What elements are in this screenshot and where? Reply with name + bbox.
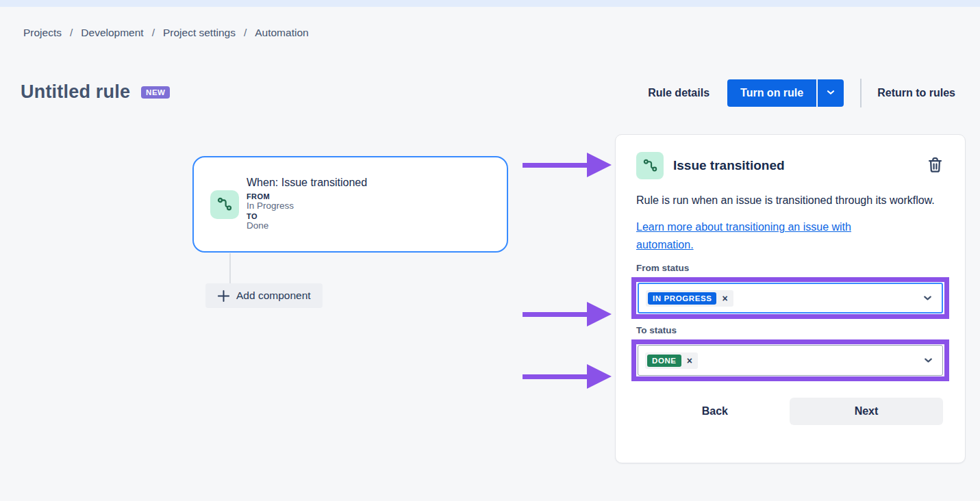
breadcrumb-separator: /	[244, 27, 247, 39]
from-status-select[interactable]: IN PROGRESS ×	[638, 283, 943, 313]
annotation-arrow-panel-header	[523, 151, 613, 179]
trash-icon	[926, 155, 944, 177]
breadcrumb-separator: /	[70, 27, 73, 39]
flow-connector-line	[229, 253, 231, 283]
next-button[interactable]: Next	[790, 398, 943, 425]
add-component-button[interactable]: Add component	[205, 283, 323, 308]
panel-title: Issue transitioned	[673, 158, 785, 173]
trigger-card-issue-transitioned[interactable]: When: Issue transitioned FROM In Progres…	[192, 156, 508, 253]
top-accent-strip	[0, 0, 980, 7]
remove-to-status-button[interactable]: ×	[687, 356, 695, 365]
breadcrumb-development[interactable]: Development	[81, 27, 143, 39]
from-status-label: From status	[636, 263, 944, 273]
chevron-down-icon[interactable]	[922, 355, 934, 366]
chevron-down-icon[interactable]	[922, 292, 933, 304]
automation-rule-builder: Projects / Development / Project setting…	[0, 0, 980, 501]
new-badge: NEW	[141, 86, 170, 99]
return-to-rules-button[interactable]: Return to rules	[877, 87, 955, 99]
plus-icon	[217, 290, 230, 303]
panel-description: Rule is run when an issue is transitione…	[636, 192, 944, 208]
trigger-config-panel: Issue transitioned Rule is run when an i…	[615, 134, 966, 463]
page-title: Untitled rule	[21, 81, 130, 103]
from-status-tag: IN PROGRESS ×	[646, 290, 733, 307]
remove-from-status-button[interactable]: ×	[722, 294, 730, 303]
breadcrumb-automation[interactable]: Automation	[255, 27, 308, 39]
to-status-tag: DONE ×	[645, 352, 698, 369]
rule-details-button[interactable]: Rule details	[648, 87, 709, 99]
learn-more-link[interactable]: Learn more about transitioning an issue …	[636, 218, 910, 253]
trigger-card-title: When: Issue transitioned	[247, 177, 367, 189]
breadcrumb-separator: /	[152, 27, 155, 39]
back-button[interactable]: Back	[702, 405, 728, 418]
turn-on-rule-split-button: Turn on rule	[727, 79, 844, 107]
panel-footer: Back Next	[616, 398, 965, 425]
header-actions: Rule details Turn on rule Return to rule…	[648, 79, 955, 107]
breadcrumb: Projects / Development / Project setting…	[23, 27, 309, 39]
to-status-label: To status	[636, 325, 944, 335]
header-divider	[860, 79, 862, 107]
issue-transitioned-icon	[210, 190, 239, 219]
to-status-annotation-highlight: DONE ×	[631, 339, 949, 381]
trigger-to-value: Done	[247, 220, 367, 231]
done-chip: DONE	[647, 355, 681, 367]
annotation-arrow-to-status	[523, 363, 613, 390]
add-component-label: Add component	[236, 290, 311, 302]
turn-on-rule-button[interactable]: Turn on rule	[727, 79, 816, 107]
panel-header: Issue transitioned	[616, 135, 965, 179]
in-progress-chip: IN PROGRESS	[648, 292, 716, 305]
annotation-arrow-from-status	[523, 300, 613, 328]
from-status-annotation-highlight: IN PROGRESS ×	[631, 277, 949, 319]
breadcrumb-projects[interactable]: Projects	[23, 27, 62, 39]
issue-transitioned-icon	[636, 152, 664, 179]
page-header: Untitled rule NEW	[21, 81, 170, 103]
turn-on-rule-dropdown-button[interactable]	[818, 79, 844, 107]
to-status-select[interactable]: DONE ×	[638, 345, 943, 376]
trigger-from-label: FROM	[247, 192, 367, 201]
trigger-from-value: In Progress	[247, 201, 367, 211]
delete-trigger-button[interactable]	[925, 154, 946, 178]
trigger-to-label: TO	[247, 212, 367, 220]
chevron-down-icon	[825, 87, 836, 100]
trigger-card-body: When: Issue transitioned FROM In Progres…	[247, 177, 367, 232]
breadcrumb-project-settings[interactable]: Project settings	[163, 27, 236, 39]
